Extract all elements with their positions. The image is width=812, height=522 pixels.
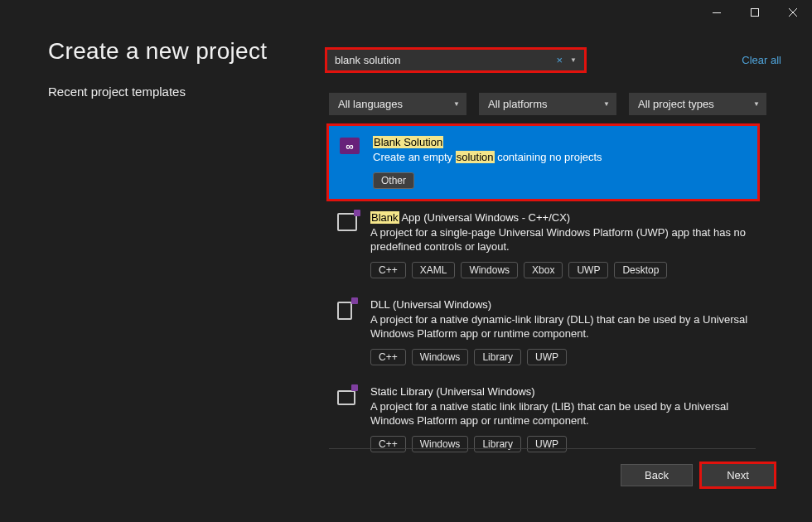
template-tag: C++ — [370, 262, 406, 278]
clear-all-link[interactable]: Clear all — [742, 54, 783, 66]
template-tag: Xbox — [524, 262, 563, 278]
app-icon — [337, 213, 359, 234]
template-tag: Desktop — [614, 262, 667, 278]
template-description: A project for a native static link libra… — [370, 399, 749, 428]
template-list: Blank Solution Create an empty solution … — [326, 123, 760, 462]
chevron-down-icon: ▼ — [753, 100, 760, 108]
template-blank-solution[interactable]: Blank Solution Create an empty solution … — [326, 123, 760, 201]
maximize-button[interactable] — [736, 0, 774, 25]
project-type-filter[interactable]: All project types ▼ — [629, 93, 766, 115]
template-title: Blank Solution — [373, 136, 747, 148]
template-tag: Windows — [461, 262, 518, 278]
platform-filter-label: All platforms — [488, 98, 548, 110]
search-controls: × ▼ — [556, 54, 577, 66]
template-search-input[interactable]: blank solution × ▼ — [327, 50, 584, 70]
clear-search-icon[interactable]: × — [556, 54, 563, 66]
chevron-down-icon: ▼ — [603, 100, 610, 108]
template-description: Create an empty solution containing no p… — [373, 150, 747, 165]
template-blank-app[interactable]: Blank App (Universal Windows - C++/CX) A… — [326, 201, 760, 288]
search-highlight-box: blank solution × ▼ — [325, 47, 587, 73]
template-tag: Windows — [412, 436, 469, 452]
template-tag: Library — [474, 436, 521, 452]
template-tag: Other — [373, 172, 414, 189]
template-tag: Library — [474, 349, 521, 365]
template-dll-uwp[interactable]: DLL (Universal Windows) A project for a … — [326, 288, 760, 375]
template-tag: C++ — [370, 436, 406, 452]
template-tag: C++ — [370, 349, 406, 365]
chevron-down-icon: ▼ — [453, 100, 460, 108]
back-button[interactable]: Back — [621, 464, 693, 486]
language-filter[interactable]: All languages ▼ — [329, 93, 466, 115]
template-tag: XAML — [412, 262, 456, 278]
close-button[interactable] — [774, 0, 812, 25]
next-button[interactable]: Next — [699, 462, 776, 489]
platform-filter[interactable]: All platforms ▼ — [479, 93, 616, 115]
template-title: DLL (Universal Windows) — [370, 298, 749, 311]
window-controls — [698, 0, 812, 25]
template-tag: UWP — [527, 349, 567, 365]
library-icon — [337, 387, 359, 408]
language-filter-label: All languages — [338, 98, 403, 110]
template-title: Blank App (Universal Windows - C++/CX) — [370, 211, 749, 224]
svg-rect-1 — [752, 9, 759, 17]
search-dropdown-icon[interactable]: ▼ — [570, 56, 577, 64]
template-title: Static Library (Universal Windows) — [370, 385, 749, 398]
template-tag: UWP — [568, 262, 608, 278]
project-type-filter-label: All project types — [638, 98, 714, 110]
template-tag: Windows — [412, 349, 469, 365]
divider — [329, 448, 756, 449]
search-query-text: blank solution — [335, 54, 401, 66]
dll-icon — [337, 300, 359, 321]
template-description: A project for a native dynamic-link libr… — [370, 312, 749, 341]
template-staticlib-uwp[interactable]: Static Library (Universal Windows) A pro… — [326, 375, 760, 462]
template-tag: UWP — [527, 436, 567, 452]
visual-studio-icon — [340, 138, 361, 159]
template-description: A project for a single-page Universal Wi… — [370, 225, 749, 254]
minimize-button[interactable] — [698, 0, 736, 25]
